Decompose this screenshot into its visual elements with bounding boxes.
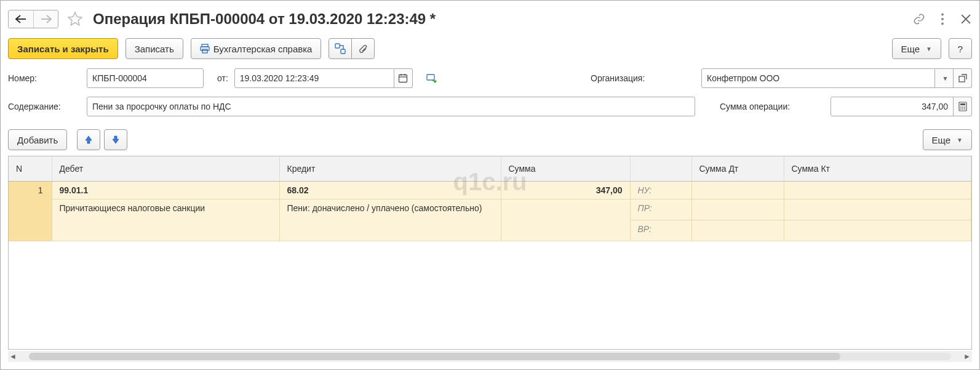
org-label: Организация: [591,73,695,83]
dt-kt-button[interactable] [329,38,352,59]
favorite-button[interactable] [65,9,86,30]
col-extra[interactable] [630,156,691,181]
sum-group: 347,00 [831,97,972,116]
cell-credit-analytics[interactable]: Пени: доначислено / уплачено (самостояте… [279,199,501,241]
move-down-button[interactable] [104,129,127,150]
nav-buttons [8,10,58,28]
svg-rect-8 [399,75,407,82]
date-label: от: [217,73,228,83]
forward-button[interactable] [33,10,58,28]
vr-label: ВР: [638,224,651,234]
status-flag-button[interactable] [423,73,441,83]
table-row[interactable]: 1 99.01.1 68.02 347,00 НУ: [9,181,971,199]
cell-debit-analytics[interactable]: Причитающиеся налоговые санкции [52,199,279,241]
help-button[interactable]: ? [949,38,972,59]
entries-table: N Дебет Кредит Сумма Сумма Дт Сумма Кт 1… [8,156,972,350]
cell-credit-acct[interactable]: 68.02 [279,181,501,199]
org-field[interactable]: Конфетпром ООО [701,68,935,88]
calculator-button[interactable] [954,97,972,116]
desc-label: Содержание: [8,102,81,111]
titlebar: Операция КПБП-000004 от 19.03.2020 12:23… [8,6,972,33]
col-amount-kt[interactable]: Сумма Кт [784,156,971,181]
printer-icon [200,44,210,54]
calendar-icon [398,73,408,83]
cell-amount-dt-pr[interactable] [691,199,784,220]
table-more-button[interactable]: Еще ▼ [923,129,972,150]
accounting-report-button[interactable]: Бухгалтерская справка [191,38,322,59]
attachments-button[interactable] [351,38,375,59]
calendar-button[interactable] [394,68,413,88]
chevron-down-icon: ▼ [942,75,949,82]
close-icon [961,14,971,24]
col-n[interactable]: N [9,156,52,181]
number-label: Номер: [8,73,81,83]
more-button[interactable]: Еще ▼ [892,38,941,59]
arrow-left-icon [15,15,26,23]
cell-amount-dt-vr[interactable] [691,220,784,241]
table-toolbar: Добавить Еще ▼ [8,127,972,152]
table-row-sub[interactable]: Причитающиеся налоговые санкции Пени: до… [9,199,971,220]
col-amount[interactable]: Сумма [501,156,630,181]
svg-point-20 [962,108,963,110]
svg-rect-5 [202,49,207,53]
page-title: Операция КПБП-000004 от 19.03.2020 12:23… [93,10,909,28]
desc-field[interactable]: Пени за просрочку оплаты по НДС [87,97,695,116]
svg-point-19 [960,108,962,110]
org-open-button[interactable] [954,68,972,88]
table-header-row: N Дебет Кредит Сумма Сумма Дт Сумма Кт [9,156,971,181]
cell-extra-vr[interactable]: ВР: [630,220,691,241]
add-row-button[interactable]: Добавить [8,129,67,150]
cell-debit-acct[interactable]: 99.01.1 [52,181,279,199]
kebab-icon [941,13,944,25]
small-actions [329,38,375,59]
scroll-right-icon: ► [962,352,972,361]
date-field[interactable]: 19.03.2020 12:23:49 [234,68,394,88]
cell-amount-empty[interactable] [501,199,630,241]
calculator-icon [958,102,967,111]
cell-amount-dt-nu[interactable] [691,181,784,199]
cell-amount-kt-vr[interactable] [784,220,971,241]
kebab-menu-button[interactable] [936,13,949,25]
row-desc-sum: Содержание: Пени за просрочку оплаты по … [8,95,972,118]
back-button[interactable] [9,10,33,28]
sum-label: Сумма операции: [720,102,824,111]
dt-kt-icon [335,43,346,54]
svg-point-18 [964,107,965,108]
cell-amount-kt-pr[interactable] [784,199,971,220]
cell-extra-pr[interactable]: ПР: [630,199,691,220]
cell-extra-nu[interactable]: НУ: [630,181,691,199]
table-more-label: Еще [932,135,951,145]
form-area: Номер: КПБП-000004 от: 19.03.2020 12:23:… [8,67,972,118]
move-row-buttons [77,129,127,150]
cell-rownum: 1 [9,181,52,241]
accounting-report-label: Бухгалтерская справка [213,44,313,54]
pr-label: ПР: [638,203,652,213]
svg-rect-6 [335,44,340,48]
svg-point-17 [962,107,963,108]
scroll-thumb[interactable] [29,353,840,360]
col-credit[interactable]: Кредит [279,156,501,181]
svg-rect-13 [959,76,965,82]
date-group: 19.03.2020 12:23:49 [234,68,413,88]
close-button[interactable] [960,13,972,25]
col-debit[interactable]: Дебет [52,156,279,181]
nu-label: НУ: [638,185,652,195]
paperclip-icon [358,43,368,54]
link-icon [913,13,925,25]
move-up-button[interactable] [77,129,100,150]
sum-field[interactable]: 347,00 [831,97,954,116]
cell-amount-kt-nu[interactable] [784,181,971,199]
arrow-up-icon [84,135,93,145]
number-field[interactable]: КПБП-000004 [87,68,204,88]
save-button[interactable]: Записать [125,38,183,59]
link-button[interactable] [913,13,925,25]
org-dropdown-button[interactable]: ▼ [935,68,954,88]
svg-point-1 [941,18,944,20]
save-close-button[interactable]: Записать и закрыть [8,38,118,59]
more-label: Еще [901,44,920,54]
star-icon [67,11,83,27]
cell-amount[interactable]: 347,00 [501,181,630,199]
svg-point-2 [941,23,944,25]
horizontal-scrollbar[interactable]: ◄ ► [8,351,972,362]
col-amount-dt[interactable]: Сумма Дт [691,156,784,181]
